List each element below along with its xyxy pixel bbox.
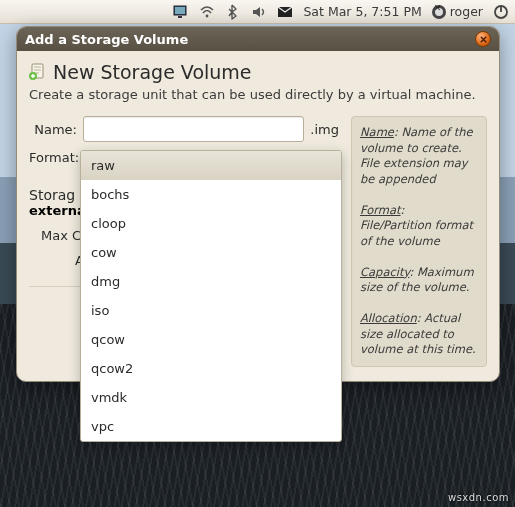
format-option-qcow[interactable]: qcow — [81, 325, 341, 354]
format-option-raw[interactable]: raw — [81, 151, 341, 180]
format-option-cow[interactable]: cow — [81, 238, 341, 267]
help-panel: Name: Name of the volume to create. File… — [351, 116, 487, 367]
format-option-bochs[interactable]: bochs — [81, 180, 341, 209]
titlebar[interactable]: Add a Storage Volume — [17, 27, 499, 51]
format-option-vmdk[interactable]: vmdk — [81, 383, 341, 412]
format-label: Format: — [29, 150, 77, 165]
top-panel: Sat Mar 5, 7:51 PM roger — [0, 0, 515, 24]
help-format-term: Format — [360, 203, 401, 217]
format-option-dmg[interactable]: dmg — [81, 267, 341, 296]
volume-add-icon — [29, 63, 47, 81]
help-capacity-term: Capacity — [360, 265, 409, 279]
help-alloc-term: Allocation — [360, 311, 417, 325]
format-option-vpc[interactable]: vpc — [81, 412, 341, 441]
svg-rect-2 — [178, 16, 182, 18]
monitor-icon[interactable] — [173, 4, 189, 20]
page-subtitle: Create a storage unit that can be used d… — [29, 87, 487, 102]
username-label: roger — [450, 4, 483, 19]
page-title: New Storage Volume — [53, 61, 252, 83]
svg-point-3 — [206, 14, 209, 17]
mail-icon[interactable] — [277, 4, 293, 20]
volume-icon[interactable] — [251, 4, 267, 20]
name-input[interactable] — [83, 116, 304, 142]
power-icon[interactable] — [493, 4, 509, 20]
format-option-iso[interactable]: iso — [81, 296, 341, 325]
name-label: Name: — [29, 122, 77, 137]
clock[interactable]: Sat Mar 5, 7:51 PM — [303, 4, 421, 19]
watermark: wsxdn.com — [448, 492, 509, 503]
help-name-term: Name — [360, 125, 394, 139]
bluetooth-icon[interactable] — [225, 4, 241, 20]
format-option-cloop[interactable]: cloop — [81, 209, 341, 238]
format-option-qcow2[interactable]: qcow2 — [81, 354, 341, 383]
name-extension: .img — [310, 122, 339, 137]
window-title: Add a Storage Volume — [25, 32, 475, 47]
user-menu[interactable]: roger — [432, 4, 483, 19]
wifi-icon[interactable] — [199, 4, 215, 20]
user-avatar-icon — [432, 5, 446, 19]
close-button[interactable] — [475, 31, 491, 47]
page-heading: New Storage Volume — [29, 61, 487, 83]
svg-rect-1 — [175, 7, 185, 14]
format-dropdown[interactable]: rawbochscloopcowdmgisoqcowqcow2vmdkvpc — [80, 150, 342, 442]
